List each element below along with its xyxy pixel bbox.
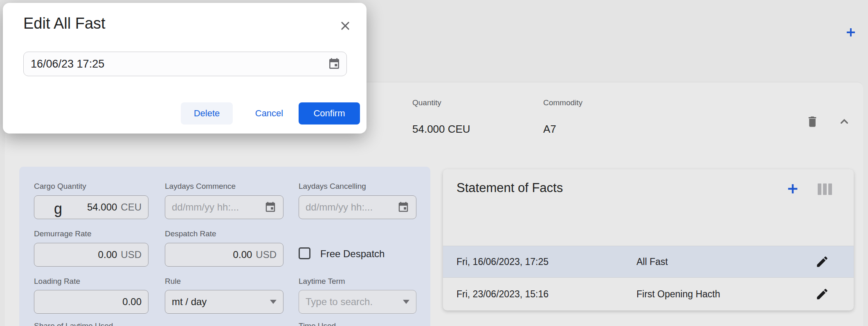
plus-icon: [785, 181, 800, 196]
demurrage-rate-input[interactable]: 0.00 USD: [34, 243, 148, 267]
rule-label: Rule: [165, 277, 181, 286]
columns-button[interactable]: [816, 182, 833, 196]
close-dialog-button[interactable]: [335, 16, 355, 36]
calendar-icon[interactable]: [328, 57, 341, 70]
rule-select[interactable]: mt / day: [165, 290, 283, 314]
laydays-cancelling-label: Laydays Cancelling: [299, 182, 366, 191]
dialog-title: Edit All Fast: [23, 14, 106, 33]
laytime-term-select[interactable]: Type to search.: [299, 290, 416, 314]
datetime-field: [23, 52, 347, 76]
time-used-label: Time Used: [299, 321, 336, 326]
free-despatch-label: Free Despatch: [320, 248, 385, 260]
close-icon: [339, 20, 351, 32]
cancel-button[interactable]: Cancel: [250, 102, 289, 125]
row-date: Fri, 16/06/2023, 17:25: [456, 256, 549, 267]
quantity-label: Quantity: [412, 98, 441, 107]
loading-rate-input[interactable]: 0.00: [34, 290, 148, 314]
app-window: g Quantity 54.000 CEU Commodity A7 Cargo…: [0, 0, 868, 326]
table-row[interactable]: Fri, 23/06/2023, 15:16 First Opening Hac…: [443, 277, 854, 310]
chevron-up-icon: [838, 115, 851, 128]
caret-down-icon: [270, 300, 277, 304]
demurrage-rate-label: Demurrage Rate: [34, 229, 91, 238]
pencil-icon: [815, 287, 829, 301]
row-description: All Fast: [636, 256, 668, 267]
laydays-commence-label: Laydays Commence: [165, 182, 236, 191]
despatch-rate-label: Despatch Rate: [165, 229, 216, 238]
edit-row-button[interactable]: [813, 253, 831, 271]
laydays-commence-input[interactable]: dd/mm/yy hh:...: [165, 195, 283, 219]
commodity-value: A7: [543, 123, 556, 136]
statement-of-facts-title: Statement of Facts: [456, 181, 563, 195]
calendar-icon[interactable]: [264, 201, 277, 213]
add-sof-entry-button[interactable]: [785, 181, 801, 197]
row-description: First Opening Hacth: [636, 289, 720, 300]
delete-cargo-button[interactable]: [803, 113, 822, 131]
hidden-heading-fragment: g: [54, 200, 62, 217]
cargo-quantity-input[interactable]: 54.000 CEU: [34, 195, 148, 219]
row-date: Fri, 23/06/2023, 15:16: [456, 289, 549, 300]
statement-of-facts-card: Statement of Facts Date Description Fri,…: [443, 169, 854, 310]
trash-icon: [805, 115, 819, 129]
columns-icon: [818, 183, 832, 195]
commodity-label: Commodity: [543, 98, 582, 107]
loading-rate-label: Loading Rate: [34, 277, 80, 286]
share-of-laytime-used-label: Share of Laytime Used: [34, 321, 113, 326]
datetime-input[interactable]: [31, 58, 328, 70]
collapse-button[interactable]: [837, 114, 852, 129]
laydays-cancelling-input[interactable]: dd/mm/yy hh:...: [299, 195, 416, 219]
cargo-quantity-label: Cargo Quantity: [34, 182, 86, 191]
caret-down-icon: [403, 300, 409, 304]
calendar-icon[interactable]: [397, 201, 409, 213]
quantity-value: 54.000 CEU: [412, 123, 470, 136]
confirm-button[interactable]: Confirm: [299, 102, 360, 125]
cargo-form-card: Cargo Quantity Laydays Commence Laydays …: [19, 167, 430, 326]
laytime-term-label: Laytime Term: [299, 277, 345, 286]
add-button[interactable]: [841, 23, 860, 42]
delete-button[interactable]: Delete: [181, 102, 233, 125]
despatch-rate-input[interactable]: 0.00 USD: [165, 243, 283, 267]
edit-all-fast-dialog: Edit All Fast Delete Cancel Confirm: [3, 3, 367, 134]
pencil-icon: [815, 255, 829, 269]
table-row[interactable]: Fri, 16/06/2023, 17:25 All Fast: [443, 246, 854, 277]
edit-row-button[interactable]: [813, 285, 831, 303]
plus-icon: [844, 26, 857, 39]
free-despatch-checkbox[interactable]: [299, 247, 310, 259]
